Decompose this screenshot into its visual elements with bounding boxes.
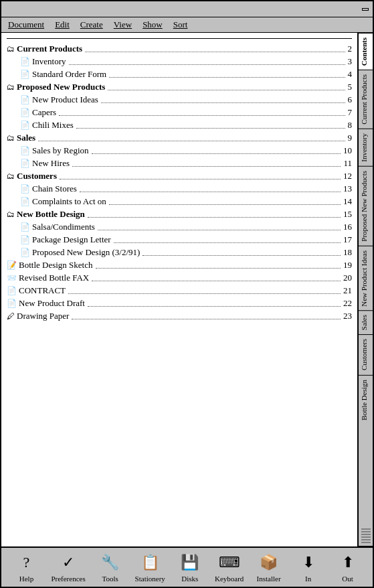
toc-row-salsa-condiments[interactable]: 📄Salsa/Condiments16 <box>7 220 352 232</box>
dot-leader-new-bottle-design <box>88 217 341 218</box>
toc-page-capers: 7 <box>348 107 353 118</box>
toc-row-bottle-design-sketch[interactable]: 📝Bottle Design Sketch19 <box>7 258 352 271</box>
tab-new-product-ideas[interactable]: New Product Ideas <box>359 246 373 311</box>
toolbar-icon-stationery: 📋 <box>139 552 161 573</box>
dot-leader-new-product-draft <box>88 306 341 307</box>
toc-page-drawing-paper: 23 <box>343 311 352 321</box>
menu-item-edit[interactable]: Edit <box>54 19 71 31</box>
toc-row-contract[interactable]: 📄CONTRACT21 <box>7 283 352 296</box>
menu-item-sort[interactable]: Sort <box>172 19 189 31</box>
icon-folder: 🗂 <box>7 134 15 142</box>
toc-label-salsa-condiments: Salsa/Condiments <box>32 222 95 232</box>
toolbar-label-keyboard: Keyboard <box>215 575 244 583</box>
icon-doc: 📄 <box>20 121 30 129</box>
toc-container: 🗂Current Products2📄Inventory3📄Standard O… <box>7 42 352 321</box>
icon-doc: 📄 <box>20 248 30 256</box>
toc-label-drawing-paper: Drawing Paper <box>17 311 69 321</box>
toc-label-new-hires: New Hires <box>32 158 70 169</box>
sidebar-tabs: ContentsCurrent ProductsInventoryPropose… <box>358 33 373 546</box>
dot-leader-proposed-new-products <box>108 90 345 90</box>
toc-row-standard-order-form[interactable]: 📄Standard Order Form4 <box>7 67 352 80</box>
toc-page-customers: 12 <box>343 171 352 181</box>
dot-leader-proposed-new-design <box>143 255 341 256</box>
toc-label-revised-bottle-fax: Revised Bottle FAX <box>19 273 89 283</box>
dot-leader-complaints-to-act-on <box>109 204 341 205</box>
menu-item-view[interactable]: View <box>112 19 133 31</box>
tab-inventory[interactable]: Inventory <box>359 129 373 166</box>
toc-row-current-products[interactable]: 🗂Current Products2 <box>7 42 352 54</box>
toc-row-package-design-letter[interactable]: 📄Package Design Letter17 <box>7 232 352 245</box>
dot-leader-drawing-paper <box>72 319 341 319</box>
tab-current-products[interactable]: Current Products <box>359 70 373 129</box>
toc-row-new-bottle-design[interactable]: 🗂New Bottle Design15 <box>7 207 352 220</box>
toolbar-btn-help[interactable]: ?Help <box>11 552 41 583</box>
icon-doc-sketch: 📝 <box>7 261 17 269</box>
main-area: 🗂Current Products2📄Inventory3📄Standard O… <box>1 33 373 546</box>
toc-row-chain-stores[interactable]: 📄Chain Stores13 <box>7 181 352 194</box>
toolbar-btn-installer[interactable]: 📦Installer <box>254 552 284 583</box>
icon-doc: 📄 <box>20 108 30 117</box>
dot-leader-contract <box>68 293 341 294</box>
icon-doc-drawing: 🖊 <box>7 312 15 320</box>
tab-customers[interactable]: Customers <box>359 334 373 374</box>
menu-item-show[interactable]: Show <box>141 19 164 31</box>
icon-doc-revised: 📨 <box>7 274 17 282</box>
toc-row-proposed-new-design[interactable]: 📄Proposed New Design (3/2/91)18 <box>7 245 352 258</box>
dot-leader-customers <box>60 179 341 179</box>
toolbar-btn-out[interactable]: ⬆Out <box>333 552 363 583</box>
toolbar-label-out: Out <box>342 575 353 583</box>
tab-contents[interactable]: Contents <box>359 33 373 70</box>
toc-row-sales[interactable]: 🗂Sales9 <box>7 131 352 143</box>
toolbar-btn-keyboard[interactable]: ⌨Keyboard <box>215 552 244 583</box>
icon-doc: 📄 <box>20 223 30 231</box>
dot-leader-capers <box>59 115 345 116</box>
tab-proposed-new-products[interactable]: Proposed New Products <box>359 166 373 246</box>
toolbar-icon-out: ⬆ <box>337 552 359 573</box>
tab-sales[interactable]: Sales <box>359 310 373 334</box>
toc-row-sales-by-region[interactable]: 📄Sales by Region10 <box>7 143 352 156</box>
toc-page-new-hires: 11 <box>343 158 352 169</box>
dot-leader-sales <box>38 141 345 141</box>
toc-row-new-product-draft[interactable]: 📄New Product Draft22 <box>7 296 352 309</box>
toolbar-btn-preferences[interactable]: ✓Preferences <box>51 552 85 583</box>
toc-row-new-product-ideas[interactable]: 📄New Product Ideas6 <box>7 92 352 105</box>
toc-row-complaints-to-act-on[interactable]: 📄Complaints to Act on14 <box>7 194 352 207</box>
toc-row-proposed-new-products[interactable]: 🗂Proposed New Products5 <box>7 80 352 92</box>
toc-row-capers[interactable]: 📄Capers7 <box>7 105 352 118</box>
toc-row-inventory[interactable]: 📄Inventory3 <box>7 54 352 67</box>
icon-doc: 📄 <box>20 58 30 66</box>
toc-label-proposed-new-products: Proposed New Products <box>17 82 105 92</box>
icon-doc: 📄 <box>20 159 30 167</box>
toolbar-btn-stationery[interactable]: 📋Stationery <box>135 552 165 583</box>
toc-page-sales-by-region: 10 <box>343 145 352 156</box>
toc-row-new-hires[interactable]: 📄New Hires11 <box>7 156 352 169</box>
toolbar-icon-keyboard: ⌨ <box>219 552 240 573</box>
toolbar-btn-tools[interactable]: 🔧Tools <box>96 552 125 583</box>
toc-row-revised-bottle-fax[interactable]: 📨Revised Bottle FAX20 <box>7 271 352 283</box>
toolbar-btn-disks[interactable]: 💾Disks <box>175 552 205 583</box>
menu-item-create[interactable]: Create <box>79 19 104 31</box>
menu-item-document[interactable]: Document <box>7 19 45 31</box>
toc-label-bottle-design-sketch: Bottle Design Sketch <box>19 260 93 271</box>
icon-folder: 🗂 <box>7 45 15 53</box>
toc-page-current-products: 2 <box>348 44 353 54</box>
toc-row-customers[interactable]: 🗂Customers12 <box>7 169 352 181</box>
menu-bar: DocumentEditCreateViewShowSort <box>1 17 373 33</box>
tab-bottle-design[interactable]: Bottle Design <box>359 375 373 425</box>
dot-leader-bottle-design-sketch <box>96 268 341 269</box>
toolbar-btn-in[interactable]: ⬇In <box>294 552 323 583</box>
toolbar-icon-help: ? <box>15 552 37 573</box>
toc-row-drawing-paper[interactable]: 🖊Drawing Paper23 <box>7 309 352 321</box>
toc-page-salsa-condiments: 16 <box>343 222 352 232</box>
toc-row-chili-mixes[interactable]: 📄Chili Mixes8 <box>7 118 352 131</box>
icon-doc: 📄 <box>20 198 30 206</box>
icon-doc: 📄 <box>20 236 30 244</box>
toc-label-standard-order-form: Standard Order Form <box>32 69 106 80</box>
page-nav[interactable] <box>362 8 369 11</box>
dot-leader-chain-stores <box>80 192 341 192</box>
toolbar-icon-tools: 🔧 <box>100 552 121 573</box>
dot-leader-new-product-ideas <box>101 102 345 103</box>
dot-leader-new-hires <box>72 166 341 167</box>
toolbar-label-help: Help <box>19 575 33 583</box>
toc-label-new-bottle-design: New Bottle Design <box>17 209 85 220</box>
